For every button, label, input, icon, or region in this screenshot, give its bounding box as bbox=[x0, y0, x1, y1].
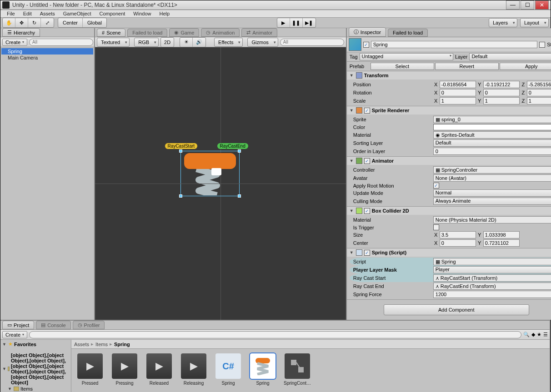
asset-item[interactable]: ▶Pressed bbox=[76, 353, 104, 386]
menu-window[interactable]: Window bbox=[130, 10, 155, 17]
crumb[interactable]: Items bbox=[95, 342, 108, 347]
active-checkbox[interactable]: ✓ bbox=[363, 42, 369, 48]
menu-help[interactable]: Help bbox=[155, 10, 173, 17]
scene-viewport[interactable]: RayCastStart RayCastEnd bbox=[95, 47, 346, 320]
size-x[interactable] bbox=[440, 231, 476, 238]
updatemode-dropdown[interactable]: Normal bbox=[433, 189, 551, 197]
asset-item[interactable]: C#Spring bbox=[214, 353, 242, 386]
center-y[interactable] bbox=[483, 239, 520, 247]
space-toggle[interactable]: Global bbox=[83, 18, 106, 27]
hierarchy-item[interactable]: Spring bbox=[1, 48, 93, 55]
failed-tab-inspector[interactable]: Failed to load bbox=[388, 29, 428, 37]
failed-tab[interactable]: Failed to load bbox=[127, 29, 167, 37]
menu-assets[interactable]: Assets bbox=[36, 10, 59, 17]
items-folder[interactable]: Items bbox=[20, 386, 33, 392]
hierarchy-create-button[interactable]: Create bbox=[2, 39, 27, 46]
position-z[interactable] bbox=[527, 81, 551, 88]
game-tab[interactable]: ◉ Game bbox=[169, 28, 199, 37]
animator-tab[interactable]: ⇄ Animator bbox=[241, 28, 277, 37]
script-field[interactable]: ▦ Spring bbox=[433, 258, 551, 265]
asset-item[interactable]: ▶Releasing bbox=[180, 353, 208, 386]
menu-component[interactable]: Component bbox=[95, 10, 129, 17]
menu-edit[interactable]: Edit bbox=[20, 10, 35, 17]
component-enable-checkbox[interactable]: ✓ bbox=[364, 108, 370, 114]
assets-folder[interactable]: [object Object],[object Object],[object … bbox=[11, 352, 69, 385]
hierarchy-item[interactable]: Main Camera bbox=[1, 55, 93, 61]
rotation-x[interactable] bbox=[440, 89, 476, 96]
crumb[interactable]: Assets bbox=[74, 342, 89, 347]
filter-type-icon[interactable]: ◆ bbox=[531, 332, 535, 337]
scale-z[interactable] bbox=[527, 97, 551, 104]
size-y[interactable] bbox=[483, 231, 520, 238]
effects-dropdown[interactable]: Effects bbox=[214, 38, 243, 47]
add-component-button[interactable]: Add Component bbox=[384, 304, 529, 315]
search-filter-icon[interactable]: 🔍 bbox=[523, 332, 530, 337]
trigger-checkbox[interactable] bbox=[433, 224, 439, 230]
gizmos-dropdown[interactable]: Gizmos bbox=[247, 38, 278, 47]
cullmode-dropdown[interactable]: Always Animate bbox=[433, 198, 551, 205]
console-tab[interactable]: ▤ Console bbox=[36, 321, 70, 329]
inspector-tab[interactable]: ⓘ Inspector bbox=[349, 27, 386, 37]
shading-mode[interactable]: Textured bbox=[97, 38, 130, 47]
layer-dropdown[interactable]: Default bbox=[469, 53, 551, 60]
scale-x[interactable] bbox=[440, 97, 476, 104]
rotation-y[interactable] bbox=[483, 89, 520, 96]
play-button[interactable]: ▶ bbox=[277, 18, 290, 27]
foldout-icon[interactable]: ▼ bbox=[350, 159, 354, 163]
center-x[interactable] bbox=[440, 239, 476, 247]
hierarchy-tab[interactable]: ☰ Hierarchy bbox=[2, 28, 40, 37]
maximize-button[interactable]: ☐ bbox=[521, 0, 534, 10]
animation-tab[interactable]: ◷ Animation bbox=[201, 28, 240, 37]
project-create-button[interactable]: Create bbox=[2, 331, 27, 338]
layout-dropdown[interactable]: Layout bbox=[520, 18, 549, 27]
springforce-field[interactable] bbox=[433, 291, 551, 298]
foldout-icon[interactable]: ▼ bbox=[350, 73, 354, 78]
foldout-icon[interactable]: ▼ bbox=[350, 250, 354, 255]
static-checkbox[interactable] bbox=[539, 42, 545, 48]
hierarchy-search[interactable] bbox=[29, 39, 93, 46]
prefab-revert-button[interactable]: Revert bbox=[435, 63, 499, 70]
minimize-button[interactable]: — bbox=[506, 0, 520, 10]
rotate-tool[interactable]: ↻ bbox=[28, 18, 41, 27]
asset-item[interactable]: Spring bbox=[249, 353, 277, 386]
sprite-field[interactable]: ▦ spring_0 bbox=[433, 116, 551, 123]
scale-tool[interactable]: ⤢ bbox=[41, 18, 54, 27]
menu-file[interactable]: File bbox=[3, 10, 19, 17]
render-mode[interactable]: RGB bbox=[134, 38, 159, 47]
tag-dropdown[interactable]: Untagged bbox=[360, 53, 453, 60]
close-button[interactable]: ✕ bbox=[535, 0, 549, 10]
physmat-field[interactable]: None (Physics Material 2D) bbox=[433, 216, 551, 223]
color-field[interactable] bbox=[433, 124, 551, 130]
avatar-field[interactable]: None (Avatar) bbox=[433, 174, 551, 182]
position-y[interactable] bbox=[483, 81, 520, 88]
asset-item[interactable]: ▶Pressing bbox=[110, 353, 139, 386]
audio-toggle[interactable]: 🔊 bbox=[193, 38, 205, 47]
raycastend-field[interactable]: ⋏ RayCastEnd (Transform) bbox=[433, 283, 551, 290]
position-x[interactable] bbox=[440, 81, 476, 88]
raycaststart-field[interactable]: ⋏ RayCastStart (Transform) bbox=[433, 274, 551, 282]
component-enable-checkbox[interactable]: ✓ bbox=[364, 250, 370, 256]
2d-toggle[interactable]: 2D bbox=[161, 38, 174, 47]
material-field[interactable]: ◉ Sprites-Default bbox=[433, 131, 551, 139]
controller-field[interactable]: ▦ SpringController bbox=[433, 166, 551, 174]
project-search[interactable] bbox=[29, 331, 521, 338]
hand-tool[interactable]: ✋ bbox=[3, 18, 15, 27]
pause-button[interactable]: ❚❚ bbox=[290, 18, 303, 27]
foldout-icon[interactable]: ▼ bbox=[350, 208, 354, 213]
save-search-icon[interactable]: ☰ bbox=[543, 332, 548, 337]
scale-y[interactable] bbox=[483, 97, 520, 104]
component-enable-checkbox[interactable]: ✓ bbox=[364, 158, 370, 164]
layers-dropdown[interactable]: Layers bbox=[489, 18, 517, 27]
component-enable-checkbox[interactable]: ✓ bbox=[364, 208, 370, 214]
filter-label-icon[interactable]: ★ bbox=[537, 332, 541, 337]
scene-search[interactable] bbox=[280, 39, 344, 46]
order-field[interactable] bbox=[433, 148, 551, 155]
gameobject-icon[interactable] bbox=[349, 38, 361, 51]
scene-tab[interactable]: # Scene bbox=[97, 29, 125, 37]
menu-gameobject[interactable]: GameObject bbox=[60, 10, 95, 17]
rotation-z[interactable] bbox=[527, 89, 551, 96]
asset-item[interactable]: SpringCont… bbox=[283, 353, 311, 386]
rootmotion-checkbox[interactable]: ✓ bbox=[433, 183, 439, 189]
project-tab[interactable]: ▭ Project bbox=[2, 321, 34, 329]
asset-item[interactable]: ▶Released bbox=[145, 353, 173, 386]
